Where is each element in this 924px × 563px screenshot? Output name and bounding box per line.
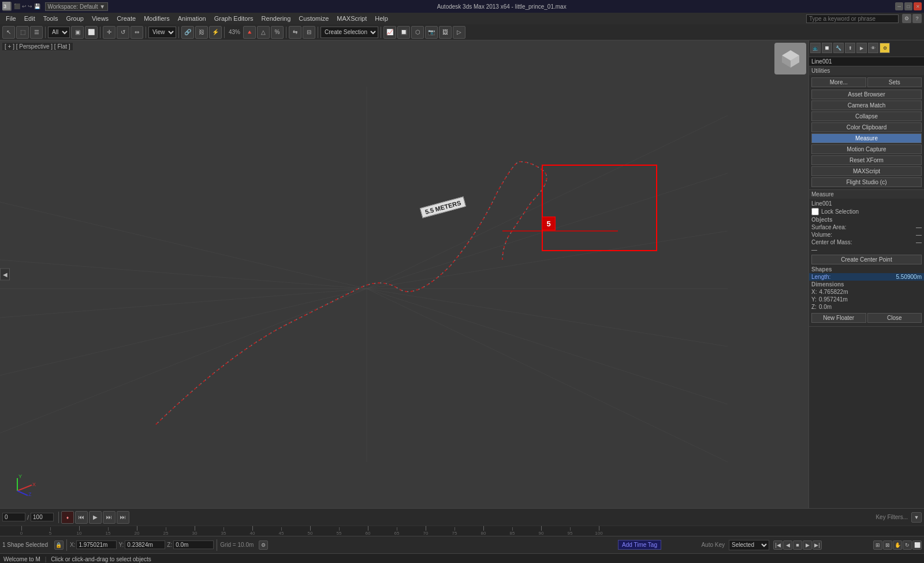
close-measure-btn[interactable]: Close: [867, 313, 922, 323]
anim-stop[interactable]: ■: [793, 540, 802, 550]
play-btn[interactable]: ▶: [89, 511, 102, 524]
material-editor[interactable]: ⬡: [411, 26, 424, 39]
snap-percent-label: 43%: [227, 29, 242, 35]
grid-toggle[interactable]: ⚙: [259, 540, 268, 550]
menu-views[interactable]: Views: [88, 14, 112, 23]
anim-prev-key[interactable]: |◀: [773, 540, 783, 550]
next-frame-btn[interactable]: ⏭: [103, 511, 116, 524]
util-flight-studio[interactable]: Flight Studio (c): [811, 177, 922, 187]
current-frame-input[interactable]: [2, 513, 25, 521]
panel-tab-motion[interactable]: ▶: [856, 43, 867, 53]
nav-arrow-left[interactable]: ◀: [0, 269, 10, 281]
x-coord-input[interactable]: 1.975021m: [76, 540, 117, 549]
util-collapse[interactable]: Collapse: [811, 111, 922, 121]
lock-pos-btn[interactable]: 🔒: [54, 540, 64, 550]
render-frame[interactable]: 🖼: [439, 26, 452, 39]
select-filter[interactable]: ☰: [30, 26, 43, 39]
menu-modifiers[interactable]: Modifiers: [140, 14, 173, 23]
menu-create[interactable]: Create: [113, 14, 139, 23]
maximize-button[interactable]: □: [904, 2, 912, 10]
angle-snap[interactable]: △: [257, 26, 270, 39]
unlink-tool[interactable]: ⛓: [195, 26, 208, 39]
z-coord-input[interactable]: 0.0m: [173, 540, 214, 549]
util-measure[interactable]: Measure: [811, 133, 922, 143]
sets-button[interactable]: Sets: [867, 77, 922, 87]
align-tool[interactable]: ⊟: [303, 26, 315, 39]
main-layout: [ + ] [ Perspective ] [ Flat ]: [0, 40, 924, 508]
menu-edit[interactable]: Edit: [21, 14, 39, 23]
y-coord-input[interactable]: 0.23824m: [125, 540, 165, 549]
anim-next-key[interactable]: ▶|: [813, 540, 822, 550]
util-maxscript[interactable]: MAXScript: [811, 166, 922, 176]
minimize-button[interactable]: ─: [895, 2, 903, 10]
move-tool[interactable]: ✛: [103, 26, 116, 39]
utilities-header[interactable]: Utilities: [809, 66, 924, 75]
add-time-tag-button[interactable]: Add Time Tag: [618, 540, 661, 550]
anim-play-rev[interactable]: ◀: [783, 540, 792, 550]
schematic-view[interactable]: 🔲: [397, 26, 410, 39]
menu-tools[interactable]: Tools: [40, 14, 62, 23]
select-tool[interactable]: ↖: [2, 26, 15, 39]
menu-graph-editors[interactable]: Graph Editors: [211, 14, 257, 23]
more-button[interactable]: More...: [811, 77, 866, 87]
viewport[interactable]: [ + ] [ Perspective ] [ Flat ]: [0, 40, 808, 508]
viewport-cube[interactable]: [774, 43, 806, 74]
util-motion-capture[interactable]: Motion Capture: [811, 144, 922, 154]
scale-tool[interactable]: ⇔: [131, 26, 143, 39]
panel-tab-display[interactable]: 📺: [810, 43, 821, 53]
link-tool[interactable]: 🔗: [181, 26, 194, 39]
snap-toggle[interactable]: 🔺: [243, 26, 256, 39]
rotate-tool[interactable]: ↺: [117, 26, 129, 39]
menu-animation[interactable]: Animation: [174, 14, 210, 23]
menu-maxscript[interactable]: MAXScript: [333, 14, 370, 23]
measure-section-header[interactable]: Measure: [809, 190, 924, 199]
mirror-tool[interactable]: ⇆: [289, 26, 301, 39]
menu-icon-2[interactable]: ?: [912, 14, 922, 23]
create-center-point-btn[interactable]: Create Center Point: [811, 255, 922, 264]
panel-tab-modify[interactable]: 🔧: [833, 43, 844, 53]
maximize-viewport[interactable]: ⬜: [912, 540, 922, 550]
util-asset-browser[interactable]: Asset Browser: [811, 90, 922, 99]
keyframe-btn[interactable]: ⬧: [61, 511, 74, 524]
render-setup[interactable]: 📷: [425, 26, 438, 39]
menu-customize[interactable]: Customize: [295, 14, 332, 23]
close-button[interactable]: ✕: [914, 2, 922, 10]
menu-rendering[interactable]: Rendering: [258, 14, 295, 23]
total-frames-input[interactable]: [31, 513, 54, 521]
workspace-selector[interactable]: Workspace: Default ▼: [45, 2, 109, 11]
util-reset-xform[interactable]: Reset XForm: [811, 155, 922, 165]
zoom-region[interactable]: ⊠: [883, 540, 892, 550]
reference-coord[interactable]: View: [148, 27, 176, 38]
zoom-extents[interactable]: ⊞: [873, 540, 882, 550]
panel-tab-display2[interactable]: 👁: [868, 43, 878, 53]
last-frame-btn[interactable]: ⏭: [117, 511, 129, 524]
prev-frame-btn[interactable]: ⏮: [75, 511, 88, 524]
render-btn[interactable]: ▷: [453, 26, 465, 39]
select-filter-dropdown[interactable]: All: [48, 27, 70, 38]
menu-icon-1[interactable]: ⚙: [902, 14, 911, 23]
lock-selection-checkbox[interactable]: [811, 208, 819, 215]
new-floater-btn[interactable]: New Floater: [811, 313, 866, 323]
pan-view[interactable]: ✋: [893, 540, 902, 550]
util-camera-match[interactable]: Camera Match: [811, 100, 922, 110]
curve-editor[interactable]: 📈: [383, 26, 396, 39]
menu-group[interactable]: Group: [62, 14, 87, 23]
search-input[interactable]: [806, 14, 899, 23]
panel-tab-hierarchy[interactable]: ⬆: [845, 43, 855, 53]
menu-help[interactable]: Help: [371, 14, 392, 23]
util-color-clipboard[interactable]: Color Clipboard: [811, 122, 922, 132]
panel-tab-utilities[interactable]: ⚙: [880, 43, 890, 53]
bind-tool[interactable]: ⚡: [209, 26, 222, 39]
orbit-view[interactable]: ↻: [903, 540, 912, 550]
select-region[interactable]: ⬚: [16, 26, 29, 39]
select-by-name[interactable]: ▣: [71, 26, 84, 39]
anim-settings-btn[interactable]: ▼: [911, 512, 922, 523]
panel-tab-shapes[interactable]: 🔲: [822, 43, 832, 53]
named-selection[interactable]: Create Selection ▼: [321, 27, 378, 38]
anim-play-fwd[interactable]: ▶: [803, 540, 812, 550]
ruler-95: 95: [556, 527, 584, 536]
percent-snap[interactable]: %: [271, 26, 284, 39]
rect-select[interactable]: ⬜: [85, 26, 98, 39]
key-mode-select[interactable]: Selected: [729, 540, 769, 550]
menu-file[interactable]: File: [2, 14, 20, 23]
